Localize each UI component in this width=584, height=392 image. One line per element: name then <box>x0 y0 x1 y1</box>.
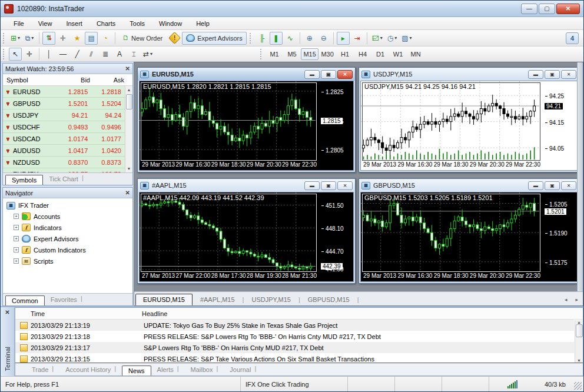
text-button[interactable]: A <box>113 48 126 61</box>
tab-mailbox[interactable]: Mailbox| <box>185 364 224 376</box>
table-row[interactable]: ▼USDCHF0.94930.9496 <box>3 121 125 133</box>
menu-window[interactable]: Window <box>152 18 189 29</box>
expand-plus-icon[interactable]: + <box>14 225 19 230</box>
terminal-toggle-button[interactable]: ▤ <box>85 32 98 45</box>
close-button[interactable]: ✕ <box>556 4 580 14</box>
chart-window-eurusd[interactable]: ▦ EURUSD,M15 ▬ ▣ ✕ EURUSD,M15 1.2820 1.2… <box>137 67 356 172</box>
timeframe-m30[interactable]: M30 <box>318 48 336 60</box>
chart-window-title-bar[interactable]: ▦ #AAPL,M15 ▬ ▣ ✕ <box>138 179 355 192</box>
tick-chart-button[interactable]: ⇅ <box>42 32 55 45</box>
news-row[interactable]: 2013/03/29 21:13:17S&P Lowers Rtg To 'BB… <box>15 342 574 353</box>
zoom-out-button[interactable]: ⊖ <box>317 32 330 45</box>
chart-minimize-button[interactable]: ▬ <box>304 70 320 79</box>
chart-close-button[interactable]: ✕ <box>337 181 353 190</box>
text-label-button[interactable]: ⌶ <box>127 48 140 61</box>
menu-tools[interactable]: Tools <box>122 18 152 29</box>
chart-tab-aapl[interactable]: #AAPL,M15 <box>193 294 243 305</box>
table-row[interactable]: ▼EURUSD1.28151.2818 <box>3 86 125 98</box>
chart-close-button[interactable]: ✕ <box>561 181 576 190</box>
chart-close-button[interactable]: ✕ <box>561 70 576 79</box>
chart-tab-eurusd[interactable]: EURUSD,M15 <box>135 294 193 305</box>
timeframe-w1[interactable]: W1 <box>389 48 407 60</box>
tab-common[interactable]: Common <box>5 295 45 306</box>
timeframe-h4[interactable]: H4 <box>354 48 371 60</box>
chart-tab-usdjpy[interactable]: USDJPY,M15 <box>244 294 298 305</box>
candlestick-chart[interactable] <box>361 192 539 271</box>
terminal-close-icon[interactable]: ✕ <box>5 307 9 317</box>
menu-insert[interactable]: Insert <box>59 18 89 29</box>
workspace-scrollbar[interactable] <box>577 62 583 291</box>
scroll-down-icon[interactable]: ▼ <box>125 165 132 172</box>
scroll-up-icon[interactable]: ▲ <box>577 320 581 324</box>
status-mode-text[interactable]: IFX One Click Trading <box>241 377 348 391</box>
timeframe-d1[interactable]: D1 <box>371 48 389 60</box>
resize-grip[interactable] <box>574 382 582 390</box>
tree-item-indicators[interactable]: + f Indicators <box>5 222 132 233</box>
tree-item-accounts[interactable]: + Accounts <box>5 211 132 222</box>
timeframe-m5[interactable]: M5 <box>283 48 301 60</box>
table-row[interactable]: ▼NZDUSD0.83700.8373 <box>3 157 125 168</box>
chart-restore-button[interactable]: ▣ <box>321 70 336 79</box>
tree-root-ifx-trader[interactable]: ▦ IFX Trader <box>5 200 132 211</box>
chart-restore-button[interactable]: ▣ <box>545 70 560 79</box>
chart-window-aapl[interactable]: ▦ #AAPL,M15 ▬ ▣ ✕ #AAPL,M15 442.09 443.1… <box>137 178 356 284</box>
notifications-badge[interactable]: 4 <box>566 32 579 44</box>
table-row[interactable]: ▼EURJPY120.75120.78 <box>3 168 125 172</box>
vertical-line-button[interactable]: │ <box>42 48 55 61</box>
terminal-scrollbar[interactable]: ▲ ▼ <box>575 320 583 363</box>
chart-minimize-button[interactable]: ▬ <box>528 70 543 79</box>
crosshair-button[interactable]: ✛ <box>23 48 36 61</box>
chart-window-title-bar[interactable]: ▦ USDJPY,M15 ▬ ▣ ✕ <box>359 68 579 81</box>
market-watch-scrollbar[interactable]: ▲ ▼ <box>125 86 132 172</box>
auto-scroll-button[interactable]: ▸ <box>337 32 350 45</box>
profiles-button[interactable]: ⧉▾ <box>23 32 36 45</box>
tab-account-history[interactable]: Account History| <box>59 364 122 376</box>
chart-window-gbpusd[interactable]: ▦ GBPUSD,M15 ▬ ▣ ✕ GBPUSD,M15 1.5203 1.5… <box>359 178 579 284</box>
timeframe-m15[interactable]: M15 <box>301 48 318 60</box>
trendline-button[interactable]: ╱ <box>71 48 84 61</box>
crosshair-window-button[interactable]: ✛ <box>57 32 69 45</box>
tab-news[interactable]: News <box>122 366 151 376</box>
navigator-close-icon[interactable]: ✕ <box>125 190 130 196</box>
arrows-button[interactable]: ⇄▾ <box>141 48 154 61</box>
chart-tab-gbpusd[interactable]: GBPUSD,M15 <box>300 294 357 305</box>
chart-window-title-bar[interactable]: ▦ EURUSD,M15 ▬ ▣ ✕ <box>138 68 355 81</box>
tab-favorites[interactable]: Favorites| <box>45 294 88 305</box>
indicators-button[interactable]: 🗠▾ <box>370 32 384 45</box>
table-row[interactable]: ▼GBPUSD1.52011.5204 <box>3 98 125 109</box>
menu-view[interactable]: View <box>31 18 59 29</box>
scroll-up-icon[interactable]: ▲ <box>125 86 132 94</box>
minimize-button[interactable]: — <box>521 4 537 14</box>
tree-item-custom-indicators[interactable]: + f Custom Indicators <box>5 244 132 255</box>
menu-help[interactable]: Help <box>189 18 217 29</box>
tab-scroll-right-icon[interactable]: ▸ <box>575 297 578 303</box>
tab-trade[interactable]: Trade| <box>26 364 59 376</box>
candlestick-chart[interactable] <box>140 81 316 160</box>
tab-tick-chart[interactable]: Tick Chart| <box>43 173 89 185</box>
expand-plus-icon[interactable]: + <box>14 258 19 264</box>
candlestick-chart[interactable] <box>140 192 316 271</box>
tab-journal[interactable]: Journal| <box>224 364 262 376</box>
timeframe-m1[interactable]: M1 <box>266 48 283 60</box>
chart-restore-button[interactable]: ▣ <box>545 181 560 190</box>
templates-button[interactable]: ▨▾ <box>400 32 413 45</box>
navigator-toggle-button[interactable]: ★ <box>71 32 84 45</box>
chart-minimize-button[interactable]: ▬ <box>528 181 543 190</box>
expert-advisors-button[interactable]: Expert Advisors <box>182 32 246 45</box>
periods-button[interactable]: ◷▾ <box>386 32 399 45</box>
new-chart-button[interactable]: ⊞▾ <box>9 32 22 45</box>
chart-restore-button[interactable]: ▣ <box>321 181 336 190</box>
metaeditor-button[interactable]: ! <box>168 32 181 45</box>
new-order-button[interactable]: 🗋New Order <box>118 32 167 45</box>
menu-charts[interactable]: Charts <box>89 18 122 29</box>
timeframe-mn[interactable]: MN <box>407 48 424 60</box>
expand-plus-icon[interactable]: + <box>14 236 19 241</box>
scrollbar-thumb[interactable] <box>576 324 583 337</box>
news-row[interactable]: 2013/03/29 21:13:18PRESS RELEASE: S&P Lo… <box>15 331 574 342</box>
menu-file[interactable]: File <box>6 18 31 29</box>
candlestick-button[interactable]: ❚ <box>270 32 283 45</box>
chart-minimize-button[interactable]: ▬ <box>304 181 320 190</box>
horizontal-line-button[interactable]: — <box>57 48 69 61</box>
fibonacci-button[interactable]: ≣ <box>99 48 112 61</box>
chart-close-button[interactable]: ✕ <box>337 70 353 79</box>
